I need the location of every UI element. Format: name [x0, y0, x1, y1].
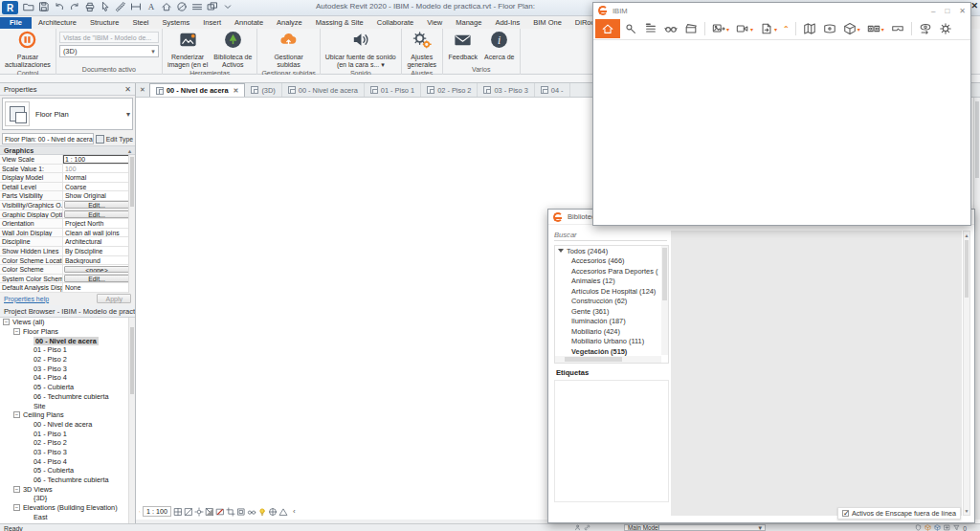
browser-item-05-cubierta[interactable]: 05 - Cubierta — [0, 383, 135, 392]
ens-eye-icon[interactable] — [916, 21, 935, 36]
tree-toggle-icon[interactable]: − — [13, 504, 20, 511]
browser-item--3d-[interactable]: {3D} — [0, 494, 135, 503]
funnel-icon[interactable] — [953, 524, 960, 531]
category-gente-361-[interactable]: Gente (361) — [555, 306, 668, 317]
enscape-maximize-icon[interactable]: □ — [945, 7, 949, 15]
category-accesorios-para-deportes-[interactable]: Accesorios Para Deportes ( — [555, 266, 668, 277]
library-search-input[interactable] — [554, 229, 667, 241]
category-mobiliario-urbano-111-[interactable]: Mobiliario Urbano (111) — [555, 337, 668, 347]
section-icon[interactable] — [174, 0, 189, 13]
ens-cube-icon[interactable]: ▾ — [840, 21, 863, 36]
expand-icon[interactable] — [558, 249, 564, 253]
section-collapse-icon[interactable]: ▴ — [128, 147, 131, 154]
detail-box-icon[interactable] — [184, 506, 194, 517]
view-scale-button[interactable]: 1 : 100 — [143, 506, 171, 517]
redo-icon[interactable] — [67, 0, 81, 13]
category-vegetaci-n-515-[interactable]: Vegetación (515) — [555, 346, 668, 357]
ens-doc-icon[interactable]: ▾ — [757, 21, 780, 36]
ribbon-tab-massing-site[interactable]: Massing & Site — [309, 17, 370, 29]
browser-item-02-piso-2[interactable]: 02 - Piso 2 — [0, 438, 135, 448]
save-icon[interactable] — [36, 0, 51, 13]
browser-item-04-piso-4[interactable]: 04 - Piso 4 — [0, 373, 135, 383]
enscape-render-viewport[interactable] — [593, 40, 970, 225]
cursor-icon[interactable] — [98, 0, 112, 13]
close-inactive-views-icon[interactable]: ✕ — [136, 83, 149, 97]
enscape-minimize-icon[interactable]: – — [931, 7, 935, 15]
ribbon-tab-steel[interactable]: Steel — [125, 17, 155, 29]
view-tab-02-piso-2[interactable]: 02 - Piso 2 — [421, 83, 478, 97]
tree-toggle-icon[interactable]: − — [3, 319, 10, 325]
app-close-icon[interactable]: ✕ — [970, 1, 978, 11]
ribbon-tab-add-ins[interactable]: Add-Ins — [488, 17, 526, 29]
thin-lines-icon[interactable] — [189, 0, 204, 13]
browser-item-06-techumbre-cubierta[interactable]: 06 - Techumbre cubierta — [0, 392, 135, 402]
edit-type-button[interactable]: Edit Type — [96, 135, 133, 144]
open-folder-icon[interactable] — [21, 0, 35, 13]
shadows-icon[interactable] — [205, 506, 215, 517]
ribbon-tab-insert[interactable]: Insert — [196, 17, 228, 29]
property-value[interactable]: Project North — [63, 219, 135, 228]
browser-item-site[interactable]: Site — [0, 401, 135, 410]
property-value[interactable]: Architectural — [63, 237, 135, 246]
view-tab-00-nivel-de-acera[interactable]: 00 - Nivel de acera✕ — [149, 83, 245, 97]
analytical-icon[interactable] — [278, 506, 289, 517]
active-workset-combo[interactable]: Main Model ▾ — [624, 524, 766, 531]
grid-vertical-scrollbar[interactable]: ▲▼ — [963, 231, 970, 516]
category-horizontal-scrollbar[interactable] — [555, 356, 661, 363]
browser-item-views-all-[interactable]: −Views (all) — [0, 318, 135, 327]
ribbon-tab-structure[interactable]: Structure — [83, 17, 125, 29]
person-icon[interactable] — [574, 524, 581, 531]
category-construcci-n-62-[interactable]: Construcción (62) — [555, 297, 668, 307]
undo-icon[interactable] — [52, 0, 66, 13]
ribbon-button-gestionar[interactable]: Gestionarsubidas — [272, 30, 306, 68]
property-value[interactable]: Background — [63, 256, 135, 265]
property-value[interactable]: Edit... — [64, 210, 129, 218]
ribbon-tab-systems[interactable]: Systems — [156, 17, 197, 29]
property-value[interactable]: Normal — [63, 173, 135, 182]
category-accesorios-466-[interactable]: Accesorios (466) — [555, 256, 668, 267]
properties-close-icon[interactable]: ✕ — [124, 85, 131, 94]
category-art-culos-de-hospital-124-[interactable]: Artículos De Hospital (124) — [555, 286, 668, 297]
gear-icon[interactable] — [936, 21, 955, 36]
browser-item-floor-plans[interactable]: −Floor Plans — [0, 327, 135, 337]
home-3d-icon[interactable] — [159, 0, 173, 13]
tree-toggle-icon[interactable]: − — [13, 486, 20, 493]
browser-scrollbar[interactable] — [128, 318, 135, 523]
property-value[interactable]: <none> — [64, 266, 129, 274]
property-value[interactable]: 1 : 100 — [63, 155, 135, 164]
enscape-close-icon[interactable]: ✕ — [959, 7, 966, 15]
property-value[interactable]: By Discipline — [63, 247, 135, 255]
worksharing-icon[interactable] — [268, 506, 278, 517]
type-selector[interactable]: Floor Plan ▾ — [2, 98, 133, 130]
active-view-combo[interactable]: (3D)▾ — [59, 45, 159, 57]
ribbon-button-biblioteca-de[interactable]: Biblioteca deActivos — [212, 30, 254, 68]
ribbon-button-renderizar[interactable]: Renderizarimagen (en el — [166, 30, 210, 68]
ribbon-tab-view[interactable]: View — [420, 17, 449, 29]
property-value[interactable]: Show Original — [63, 191, 135, 200]
sun-path-icon[interactable] — [194, 506, 205, 517]
ribbon-tab-analyze[interactable]: Analyze — [270, 17, 309, 29]
view-tab-01-piso-1[interactable]: 01 - Piso 1 — [365, 83, 421, 97]
ens-mov-icon[interactable]: ▾ — [733, 21, 756, 36]
ens-map-icon[interactable] — [800, 21, 819, 36]
render-red-icon[interactable] — [215, 506, 226, 517]
measure-icon[interactable] — [113, 0, 127, 13]
visual-style-icon[interactable] — [173, 506, 184, 517]
property-value[interactable]: 100 — [63, 165, 135, 173]
shield-icon[interactable] — [915, 524, 922, 531]
browser-item-east[interactable]: East — [0, 512, 135, 521]
property-value[interactable]: Edit... — [64, 275, 129, 282]
ribbon-button-ajustes[interactable]: Ajustesgenerales — [405, 30, 439, 68]
ribbon-button-acerca-de[interactable]: iAcerca de — [482, 30, 517, 61]
properties-scrollbar[interactable] — [128, 155, 135, 293]
revit-menu-icon[interactable]: R — [2, 1, 18, 14]
properties-help-link[interactable]: Properties help — [4, 296, 49, 302]
browser-item-02-piso-2[interactable]: 02 - Piso 2 — [0, 355, 135, 365]
view-tab-03-piso-3[interactable]: 03 - Piso 3 — [478, 83, 534, 97]
category-vertical-scrollbar[interactable] — [661, 246, 668, 355]
view-tab-04-[interactable]: 04 - — [535, 83, 570, 97]
graphics-section-header[interactable]: Graphics ▴ — [0, 145, 135, 155]
text-a-icon[interactable]: A — [144, 0, 158, 13]
caret-down-icon[interactable] — [220, 0, 234, 13]
offline-assets-toggle[interactable]: Activos de Enscape fuera de línea — [837, 507, 961, 520]
